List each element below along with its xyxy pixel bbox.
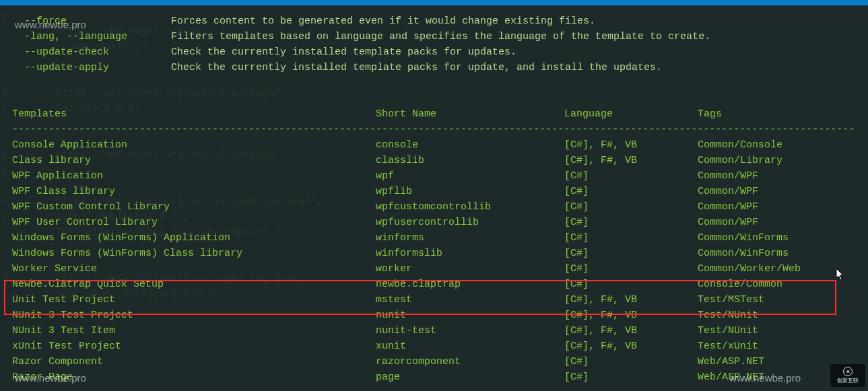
template-name: NUnit 3 Test Project (12, 308, 376, 323)
option-description: Filters templates based on language and … (171, 29, 710, 44)
table-row: xUnit Test Projectxunit[C#], F#, VBTest/… (12, 339, 856, 354)
language: [C#], F#, VB (564, 292, 698, 308)
option-description: Check the currently installed template p… (171, 60, 662, 75)
tags: Test/xUnit (698, 339, 856, 354)
table-row: Unit Test Projectmstest[C#], F#, VBTest/… (12, 292, 856, 308)
table-row: Razor Pagepage[C#]Web/ASP.NET (12, 369, 856, 385)
table-row: Razor Componentrazorcomponent[C#]Web/ASP… (12, 354, 856, 369)
language: [C#] (564, 277, 698, 292)
template-name: WPF Application (12, 168, 376, 184)
window-title-bar (0, 0, 868, 5)
short-name: nunit-test (376, 323, 564, 339)
table-row: Newbe.Clatrap Quick Setupnewbe.claptrap[… (12, 277, 856, 292)
short-name: wpfcustomcontrollib (376, 199, 564, 215)
short-name: worker (376, 261, 564, 277)
template-name: Unit Test Project (12, 292, 376, 308)
short-name: classlib (376, 153, 564, 168)
template-name: Newbe.Clatrap Quick Setup (12, 277, 376, 292)
header-templates: Templates (12, 106, 376, 122)
language: [C#], F#, VB (564, 153, 698, 168)
language: [C#] (564, 168, 698, 184)
terminal-output: --forceForces content to be generated ev… (0, 5, 868, 391)
template-name: xUnit Test Project (12, 339, 376, 354)
template-name: Class library (12, 153, 376, 168)
table-divider: ----------------------------------------… (12, 122, 856, 137)
tags: Common/WPF (698, 184, 856, 199)
tags: Test/NUnit (698, 323, 856, 339)
short-name: winforms (376, 230, 564, 246)
table-row: NUnit 3 Test Projectnunit[C#], F#, VBTes… (12, 308, 856, 323)
header-tags: Tags (698, 106, 856, 122)
tags: Common/Worker/Web (698, 261, 856, 277)
table-row: WPF Custom Control Librarywpfcustomcontr… (12, 199, 856, 215)
language: [C#] (564, 199, 698, 215)
template-name: WPF Custom Control Library (12, 199, 376, 215)
table-row: WPF Applicationwpf[C#]Common/WPF (12, 168, 856, 184)
language: [C#] (564, 369, 698, 385)
language: [C#] (564, 184, 698, 199)
logo-icon: ✕ (843, 367, 853, 376)
logo-text: 创新互联 (837, 377, 859, 384)
tags: Common/WPF (698, 199, 856, 215)
header-shortname: Short Name (376, 106, 564, 122)
template-name: Windows Forms (WinForms) Class library (12, 246, 376, 261)
option-row: -lang, --languageFilters templates based… (12, 29, 856, 44)
short-name: wpfusercontrollib (376, 215, 564, 230)
table-row: Worker Serviceworker[C#]Common/Worker/We… (12, 261, 856, 277)
template-name: Razor Component (12, 354, 376, 369)
template-name: Razor Page (12, 369, 376, 385)
option-row: --forceForces content to be generated ev… (12, 13, 856, 29)
short-name: wpf (376, 168, 564, 184)
language: [C#], F#, VB (564, 308, 698, 323)
tags: Console/Common (698, 277, 856, 292)
template-name: Console Application (12, 137, 376, 153)
template-name: Worker Service (12, 261, 376, 277)
short-name: console (376, 137, 564, 153)
option-description: Check the currently installed template p… (171, 44, 516, 60)
short-name: mstest (376, 292, 564, 308)
language: [C#], F#, VB (564, 137, 698, 153)
template-name: NUnit 3 Test Item (12, 323, 376, 339)
tags: Common/WinForms (698, 246, 856, 261)
table-header-row: Templates Short Name Language Tags (12, 106, 856, 122)
language: [C#], F#, VB (564, 323, 698, 339)
table-row: Class libraryclasslib[C#], F#, VBCommon/… (12, 153, 856, 168)
option-name: --force (12, 13, 171, 29)
short-name: newbe.claptrap (376, 277, 564, 292)
option-name: --update-apply (12, 60, 171, 75)
language: [C#] (564, 354, 698, 369)
tags: Common/Library (698, 153, 856, 168)
short-name: winformslib (376, 246, 564, 261)
template-name: WPF User Control Library (12, 215, 376, 230)
option-row: --update-checkCheck the currently instal… (12, 44, 856, 60)
tags: Test/MSTest (698, 292, 856, 308)
table-row: WPF Class librarywpflib[C#]Common/WPF (12, 184, 856, 199)
language: [C#] (564, 215, 698, 230)
short-name: xunit (376, 339, 564, 354)
language: [C#], F#, VB (564, 339, 698, 354)
source-logo-badge: ✕ 创新互联 (830, 364, 865, 387)
tags: Common/WinForms (698, 230, 856, 246)
short-name: wpflib (376, 184, 564, 199)
option-row: --update-applyCheck the currently instal… (12, 60, 856, 75)
table-row: Windows Forms (WinForms) Class librarywi… (12, 246, 856, 261)
template-name: WPF Class library (12, 184, 376, 199)
table-row: WPF User Control Librarywpfusercontrolli… (12, 215, 856, 230)
option-description: Forces content to be generated even if i… (171, 13, 595, 29)
language: [C#] (564, 230, 698, 246)
tags: Common/WPF (698, 168, 856, 184)
tags: Common/WPF (698, 215, 856, 230)
table-row: Windows Forms (WinForms) Applicationwinf… (12, 230, 856, 246)
table-row: Console Applicationconsole[C#], F#, VBCo… (12, 137, 856, 153)
language: [C#] (564, 261, 698, 277)
template-name: Windows Forms (WinForms) Application (12, 230, 376, 246)
language: [C#] (564, 246, 698, 261)
tags: Test/NUnit (698, 308, 856, 323)
short-name: page (376, 369, 564, 385)
header-language: Language (564, 106, 698, 122)
option-name: --update-check (12, 44, 171, 60)
option-name: -lang, --language (12, 29, 171, 44)
tags: Common/Console (698, 137, 856, 153)
short-name: nunit (376, 308, 564, 323)
table-row: NUnit 3 Test Itemnunit-test[C#], F#, VBT… (12, 323, 856, 339)
